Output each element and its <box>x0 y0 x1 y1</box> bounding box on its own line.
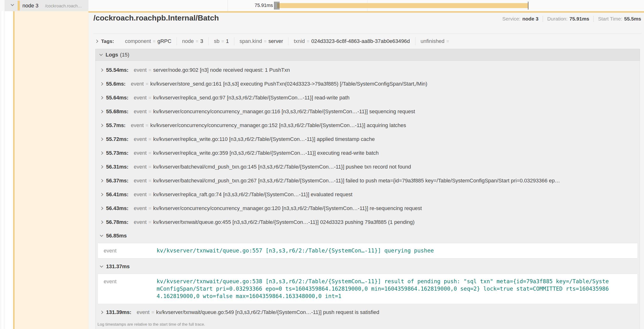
logs-header[interactable]: Logs (15) <box>95 49 640 61</box>
tag-value: gRPC <box>157 38 171 44</box>
log-timestamp: 56.43ms: <box>106 205 128 212</box>
log-row[interactable]: 56.43ms: event = kv/kvserver/concurrency… <box>96 202 640 215</box>
log-timestamp: 55.64ms: <box>106 95 128 101</box>
equals-sign: = <box>148 164 151 170</box>
span-duration-bar[interactable] <box>277 3 528 8</box>
column-divider[interactable] <box>228 0 228 11</box>
tag-value: 1 <box>226 38 229 44</box>
chevron-right-icon[interactable] <box>100 124 103 127</box>
chevron-right-icon[interactable] <box>100 207 103 210</box>
log-row[interactable]: 56.31ms: event = kv/kvserver/batcheval/c… <box>96 160 640 174</box>
logs-title: Logs <box>106 52 118 58</box>
log-message: kv/kvserver/txnwait/queue.go:455 [n3,s3,… <box>153 219 415 225</box>
log-field-key: event <box>134 95 146 101</box>
span-tree-guide-bar <box>13 11 14 329</box>
tag-value: 3 <box>200 38 203 44</box>
log-marker-tick <box>278 2 278 10</box>
chevron-right-icon[interactable] <box>100 96 103 100</box>
chevron-right-icon[interactable] <box>100 68 103 72</box>
log-message: kv/kvserver/concurrency/concurrency_mana… <box>150 122 406 128</box>
chevron-right-icon[interactable] <box>100 220 103 224</box>
chevron-right-icon[interactable] <box>100 138 103 141</box>
start-time-value: 55.5ms <box>624 16 641 22</box>
log-row[interactable]: 55.72ms: event = kv/kvserver/replica_wri… <box>96 132 640 146</box>
tag-item: unfinished = <box>415 37 456 45</box>
log-row[interactable]: 55.73ms: event = kv/kvserver/replica_wri… <box>96 146 640 160</box>
equals-sign: = <box>148 68 151 73</box>
span-tree-highlight <box>14 11 88 329</box>
log-row[interactable]: 131.39ms: event = kv/kvserver/txnwait/qu… <box>96 306 640 319</box>
logs-body: 55.54ms: event = server/node.go:902 [n3]… <box>95 61 640 329</box>
log-group-header[interactable]: 131.37ms <box>96 260 640 273</box>
service-label: Service: <box>502 16 520 22</box>
chevron-right-icon[interactable] <box>95 40 98 43</box>
tag-item: component = gRPC <box>120 37 176 45</box>
log-marker-tick <box>276 2 276 10</box>
log-marker-tick <box>275 2 276 10</box>
chevron-down-icon[interactable] <box>100 234 103 237</box>
tag-key: unfinished <box>421 38 444 44</box>
chevron-right-icon[interactable] <box>100 311 103 314</box>
span-name-cell[interactable]: node 3 /cockroach.roach… <box>4 0 88 11</box>
log-row[interactable]: 56.78ms: event = kv/kvserver/txnwait/que… <box>96 215 640 229</box>
tag-list: component = gRPC node = 3 sb = 1 span.ki… <box>120 37 456 45</box>
chevron-down-icon[interactable] <box>100 52 103 56</box>
log-row[interactable]: 55.7ms: event = kv/kvserver/concurrency/… <box>96 118 640 132</box>
tag-key: txnid <box>294 38 304 44</box>
equals-sign: = <box>146 123 148 128</box>
log-message: kv/kvserver/replica_send.go:97 [n3,s3,r6… <box>153 95 350 101</box>
log-message: kv/kvserver/replica_raft.go:74 [n3,s3,r6… <box>153 192 352 198</box>
log-timestamp: 56.37ms: <box>106 178 128 184</box>
gutter-divider <box>4 0 4 329</box>
tag-value: server <box>268 38 283 44</box>
duration-value: 75.91ms <box>570 16 589 22</box>
log-marker-tick <box>528 2 528 10</box>
log-field-value: kv/kvserver/txnwait/queue.go:538 [n3,s3,… <box>156 278 611 300</box>
span-meta-row: Service: node 3 Duration: 75.91ms Start … <box>502 16 641 22</box>
logs-section: Logs (15) 55.54ms: event = server/node.g… <box>95 49 640 329</box>
log-timestamp: 55.72ms: <box>106 136 128 142</box>
chevron-right-icon[interactable] <box>100 110 103 113</box>
tag-key: node <box>182 38 194 44</box>
equals-sign: = <box>148 136 151 142</box>
chevron-right-icon[interactable] <box>100 193 103 196</box>
log-marker-tick <box>274 2 274 10</box>
log-timestamp: 56.41ms: <box>106 192 128 198</box>
equals-sign: = <box>446 38 449 44</box>
equals-sign: = <box>153 38 156 44</box>
log-row[interactable]: 55.6ms: event = kv/kvserver/store_send.g… <box>96 77 640 91</box>
log-marker-tick <box>279 2 279 10</box>
log-field-key: event <box>136 309 150 316</box>
log-row[interactable]: 55.54ms: event = server/node.go:902 [n3]… <box>96 63 640 77</box>
span-row[interactable]: node 3 /cockroach.roach… 75.91ms <box>0 0 644 11</box>
log-row[interactable]: 56.37ms: event = kv/kvserver/batcheval/c… <box>96 174 640 188</box>
chevron-right-icon[interactable] <box>100 165 103 168</box>
tag-item: span.kind = server <box>234 37 288 45</box>
separator <box>543 16 543 22</box>
log-timestamp: 56.31ms: <box>106 164 128 170</box>
log-message: kv/kvserver/replica_write.go:110 [n3,s3,… <box>153 136 375 142</box>
log-field-key: event <box>134 136 146 142</box>
duration-label: Duration: <box>547 16 568 22</box>
log-message: kv/kvserver/batcheval/cmd_push_txn.go:26… <box>153 178 560 184</box>
span-service-name: node 3 <box>22 2 38 9</box>
log-group-header[interactable]: 56.85ms <box>96 229 640 242</box>
tags-section[interactable]: Tags: component = gRPC node = 3 sb = 1 s… <box>95 37 456 45</box>
log-row[interactable]: 55.68ms: event = kv/kvserver/concurrency… <box>96 105 640 118</box>
collapse-chevron-icon[interactable] <box>11 2 14 6</box>
log-timestamp: 55.7ms: <box>106 122 126 128</box>
log-field-key: event <box>134 178 146 184</box>
chevron-down-icon[interactable] <box>100 264 103 268</box>
log-detail-card: event kv/kvserver/txnwait/queue.go:557 [… <box>98 243 638 258</box>
tag-item: txnid = 024d3323-6c8f-4863-aa8b-37ab0e63… <box>288 37 415 45</box>
chevron-right-icon[interactable] <box>100 152 103 155</box>
span-duration-label: 75.91ms <box>240 2 273 8</box>
logs-count: (15) <box>120 52 130 58</box>
chevron-right-icon[interactable] <box>100 82 103 86</box>
log-row[interactable]: 55.64ms: event = kv/kvserver/replica_sen… <box>96 91 640 105</box>
log-row[interactable]: 56.41ms: event = kv/kvserver/replica_raf… <box>96 188 640 202</box>
chevron-right-icon[interactable] <box>100 179 103 182</box>
tags-label: Tags: <box>101 38 114 44</box>
log-message: kv/kvserver/store_send.go:161 [n3,s3] ex… <box>150 81 427 87</box>
tag-item: sb = 1 <box>208 37 234 45</box>
